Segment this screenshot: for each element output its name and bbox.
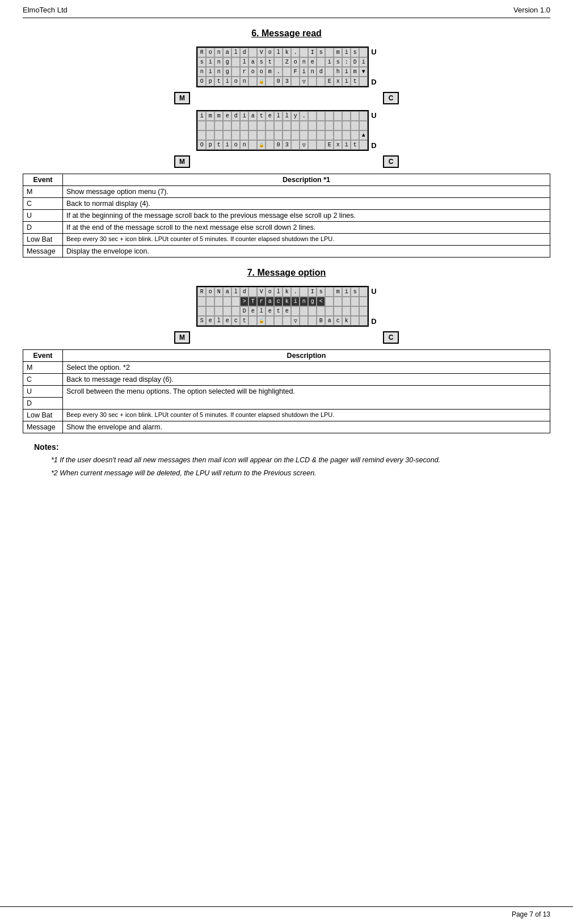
notes-title: Notes: — [34, 442, 550, 452]
lcd-cell: i — [206, 57, 214, 67]
lcd-cell: n — [214, 57, 223, 67]
lcd-cell — [248, 130, 257, 140]
lcd-cell: I — [308, 48, 317, 57]
lcd-cell — [214, 297, 223, 306]
button-row-1: M C — [23, 92, 550, 104]
lcd-cell: m — [351, 67, 359, 77]
table-row: Message Show the envelope and alarm. — [23, 421, 550, 433]
lcd-cell: i — [223, 140, 231, 150]
lcd-cell — [300, 121, 308, 130]
lcd-cell — [231, 67, 240, 77]
lcd-cell: i — [325, 57, 334, 67]
side-label-u: U — [371, 48, 376, 56]
lcd-cell — [359, 140, 368, 150]
lcd-cell — [317, 57, 325, 67]
lcd-cell: ▽ — [291, 316, 300, 326]
note-item-2: *2 When current message will be deleted,… — [51, 468, 550, 479]
lcd-cell: e — [248, 306, 257, 316]
lcd-cell: Z — [283, 57, 291, 67]
lcd-cell: > — [240, 297, 248, 306]
c-button-2[interactable]: C — [383, 155, 399, 168]
lcd-cell: o — [266, 48, 274, 57]
lcd-cell: m — [334, 48, 342, 57]
col-desc-header-2: Description — [63, 350, 550, 362]
lcd-cell: T — [248, 297, 257, 306]
lcd-cell: N — [214, 287, 223, 297]
table-row: D If at the end of the message scroll to… — [23, 222, 550, 234]
m-button[interactable]: M — [174, 92, 190, 104]
lcd-cell: i — [206, 67, 214, 77]
lcd-cell: 0 — [274, 77, 283, 86]
lcd-cell — [231, 306, 240, 316]
lcd-cell — [240, 121, 248, 130]
event-cell: M — [23, 362, 63, 374]
lcd-cell: t — [257, 111, 266, 121]
lcd-cell: o — [206, 48, 214, 57]
lcd-screen-3: RoNald Volk. Is mis >Tracking< Delete Se… — [196, 286, 369, 327]
side-label-u3: U — [371, 287, 376, 296]
m-button-3[interactable]: M — [174, 331, 190, 344]
lcd-cell: 0 — [274, 140, 283, 150]
table-row: C Back to normal display (4). — [23, 198, 550, 210]
lcd-cell: F — [291, 67, 300, 77]
lcd-cell — [231, 57, 240, 67]
m-button-2[interactable]: M — [174, 155, 190, 168]
desc-cell: Beep every 30 sec + icon blink. LPUt cou… — [63, 234, 550, 246]
lcd-cell — [223, 121, 231, 130]
version-label: Version 1.0 — [513, 6, 550, 14]
lcd-cell: n — [300, 57, 308, 67]
lcd-cell: n — [214, 48, 223, 57]
lcd-cell — [342, 130, 351, 140]
lcd-cell — [351, 306, 359, 316]
notes-section: Notes: *1 If the user doesn't read all n… — [23, 442, 550, 479]
lcd-cell: a — [248, 57, 257, 67]
lcd-cell: i — [223, 77, 231, 86]
table-row: Low Bat Beep every 30 sec + icon blink. … — [23, 410, 550, 421]
lcd-cell — [266, 121, 274, 130]
lcd-cell — [359, 287, 368, 297]
lcd-cell: y — [291, 111, 300, 121]
lcd-cell: n — [240, 77, 248, 86]
lcd-cell: o — [206, 287, 214, 297]
lcd-cell: c — [274, 297, 283, 306]
lcd-cell: I — [308, 287, 317, 297]
c-button[interactable]: C — [383, 92, 399, 104]
lcd-cell: l — [214, 316, 223, 326]
lcd-cell: 3 — [283, 77, 291, 86]
lcd-cell — [274, 121, 283, 130]
lcd-cell: V — [257, 48, 266, 57]
lcd-cell — [308, 121, 317, 130]
lcd-cell — [206, 130, 214, 140]
lcd-cell — [231, 121, 240, 130]
lcd-cell — [359, 297, 368, 306]
lcd-cell — [359, 48, 368, 57]
lcd-cell: o — [266, 287, 274, 297]
event-cell: C — [23, 374, 63, 386]
lcd-cell: ▽ — [300, 77, 308, 86]
lcd-cell — [300, 316, 308, 326]
lcd-cell: : — [342, 57, 351, 67]
lcd-cell — [231, 297, 240, 306]
side-label-d3: D — [371, 317, 376, 326]
lcd-cell — [197, 306, 206, 316]
lcd-cell: t — [351, 77, 359, 86]
section6-title: 6. Message read — [23, 28, 550, 39]
lcd-cell — [325, 297, 334, 306]
lcd-cell — [197, 130, 206, 140]
lcd-cell: m — [206, 111, 214, 121]
lcd-cell — [351, 130, 359, 140]
lcd-cell: s — [317, 48, 325, 57]
c-button-3[interactable]: C — [383, 331, 399, 344]
lcd-cell: . — [274, 67, 283, 77]
lcd-cell: t — [240, 316, 248, 326]
lcd-cell — [248, 48, 257, 57]
lcd-cell — [325, 121, 334, 130]
lcd-cell: e — [266, 306, 274, 316]
event-cell: C — [23, 198, 63, 210]
lcd-cell — [266, 77, 274, 86]
lcd-cell: ▲ — [359, 130, 368, 140]
lcd-cell: . — [291, 287, 300, 297]
section7-title: 7. Message option — [23, 268, 550, 278]
lcd-cell: E — [325, 140, 334, 150]
lcd-cell — [291, 77, 300, 86]
